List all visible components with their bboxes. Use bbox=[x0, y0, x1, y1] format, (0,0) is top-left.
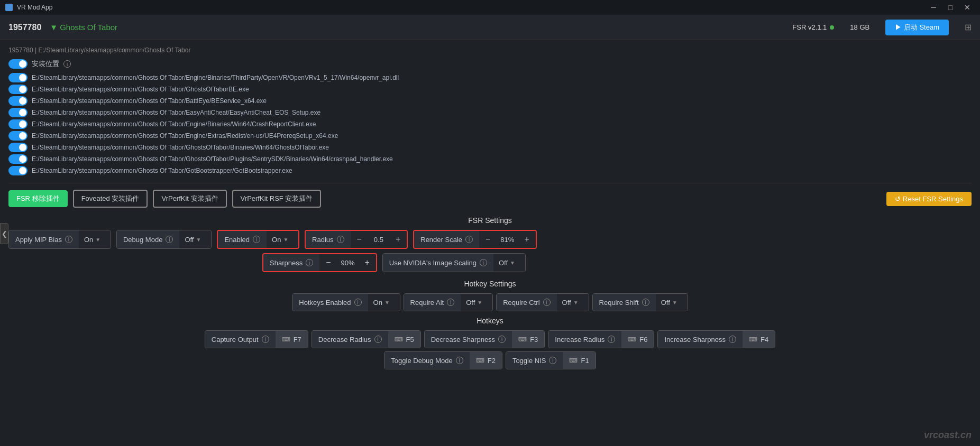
keyboard-icon: ⌨ bbox=[628, 336, 636, 343]
keyboard-icon: ⌨ bbox=[395, 336, 403, 343]
require-alt-group: Require Alt i Off ▼ bbox=[404, 293, 493, 311]
nvidia-scaling-label: Use NVIDIA's Image Scaling i bbox=[383, 254, 493, 272]
require-shift-value[interactable]: Off ▼ bbox=[656, 294, 688, 311]
file-toggle[interactable] bbox=[8, 73, 28, 82]
hotkeys-enabled-info-icon[interactable]: i bbox=[354, 299, 362, 306]
file-path-row: E:/SteamLibrary/steamapps/common/Ghosts … bbox=[8, 108, 972, 117]
hotkey-key: ⌨ F5 bbox=[388, 331, 420, 348]
status-dot bbox=[830, 25, 834, 30]
radius-increase-button[interactable]: + bbox=[393, 235, 402, 244]
title-bar: VR Mod App ─ □ ✕ bbox=[0, 0, 980, 15]
file-toggle[interactable] bbox=[8, 96, 28, 106]
hotkey-info-icon[interactable]: i bbox=[262, 336, 269, 343]
file-path-text: E:/SteamLibrary/steamapps/common/Ghosts … bbox=[32, 74, 399, 81]
require-ctrl-value[interactable]: Off ▼ bbox=[557, 294, 589, 311]
render-scale-value: 81% bbox=[497, 236, 518, 244]
file-toggle[interactable] bbox=[8, 108, 28, 117]
reset-fsr-settings-button[interactable]: ↺ Reset FSR Settings bbox=[886, 192, 972, 206]
install-toggle[interactable] bbox=[8, 59, 28, 69]
hotkey-info-icon[interactable]: i bbox=[374, 336, 382, 343]
close-button[interactable]: ✕ bbox=[960, 2, 975, 13]
minimize-button[interactable]: ─ bbox=[926, 2, 941, 13]
sharpness-group: Sharpness i − 90% + bbox=[262, 253, 377, 272]
hotkey-key: ⌨ F6 bbox=[621, 331, 654, 348]
hotkey-info-icon[interactable]: i bbox=[456, 357, 463, 364]
file-toggle[interactable] bbox=[8, 85, 28, 94]
render-scale-info-icon[interactable]: i bbox=[465, 236, 473, 243]
nvidia-scaling-chevron: ▼ bbox=[510, 260, 515, 266]
file-path-row: E:/SteamLibrary/steamapps/common/Ghosts … bbox=[8, 96, 972, 106]
foveated-plugin-button[interactable]: Foveated 安装插件 bbox=[73, 190, 148, 208]
radius-group: Radius i − 0.5 + bbox=[305, 230, 408, 249]
hotkey-item: Decrease Radius i ⌨ F5 bbox=[312, 330, 421, 348]
hotkey-info-icon[interactable]: i bbox=[549, 357, 556, 364]
file-path-text: E:/SteamLibrary/steamapps/common/Ghosts … bbox=[32, 132, 338, 140]
require-ctrl-info-icon[interactable]: i bbox=[543, 299, 551, 306]
hotkey-item: Increase Sharpness i ⌨ F4 bbox=[657, 330, 775, 348]
app-icon bbox=[5, 4, 13, 11]
vrperfkit-rsf-plugin-button[interactable]: VrPerfKit RSF 安装插件 bbox=[232, 190, 322, 208]
fsr-settings-row1: Apply MIP Bias i On ▼ Debug Mode i Off ▼… bbox=[8, 230, 972, 249]
debug-mode-group: Debug Mode i Off ▼ bbox=[116, 230, 212, 249]
require-alt-value[interactable]: Off ▼ bbox=[461, 294, 492, 311]
hotkey-info-icon[interactable]: i bbox=[498, 336, 506, 343]
hotkeys-title: Hotkeys bbox=[8, 317, 972, 325]
sharpness-increase-button[interactable]: + bbox=[363, 258, 372, 267]
apply-mip-bias-value[interactable]: On ▼ bbox=[79, 230, 111, 248]
render-scale-label: Render Scale i bbox=[414, 231, 479, 248]
file-path-text: E:/SteamLibrary/steamapps/common/Ghosts … bbox=[32, 97, 267, 105]
sidebar-toggle[interactable]: ❮ bbox=[0, 223, 8, 244]
file-toggle[interactable] bbox=[8, 119, 28, 129]
launch-steam-button[interactable]: ▶ 启动 Steam bbox=[885, 20, 949, 35]
hotkey-label: Increase Radius i bbox=[548, 331, 621, 348]
expand-button[interactable]: ⊞ bbox=[965, 22, 972, 32]
keyboard-icon: ⌨ bbox=[569, 357, 578, 364]
file-toggle[interactable] bbox=[8, 154, 28, 164]
top-bar-right: FSR v2.1.1 18 GB ▶ 启动 Steam ⊞ bbox=[792, 20, 972, 35]
file-path-text: E:/SteamLibrary/steamapps/common/Ghosts … bbox=[32, 109, 320, 116]
hotkeys-enabled-value[interactable]: On ▼ bbox=[368, 294, 400, 311]
file-path-row: E:/SteamLibrary/steamapps/common/Ghosts … bbox=[8, 85, 972, 94]
hotkey-key: ⌨ F2 bbox=[470, 352, 502, 369]
top-bar-left: 1957780 ▼ Ghosts Of Tabor bbox=[8, 23, 117, 32]
enabled-info-icon[interactable]: i bbox=[253, 236, 260, 243]
radius-decrease-button[interactable]: − bbox=[355, 235, 364, 244]
require-shift-group: Require Shift i Off ▼ bbox=[592, 293, 688, 311]
require-alt-info-icon[interactable]: i bbox=[447, 299, 454, 306]
title-bar-title: VR Mod App bbox=[17, 4, 52, 11]
install-toggle-row: 安装位置 i bbox=[8, 59, 972, 69]
hotkey-item: Decrease Sharpness i ⌨ F3 bbox=[424, 330, 545, 348]
install-info-icon[interactable]: i bbox=[63, 60, 71, 68]
enabled-value[interactable]: On ▼ bbox=[267, 231, 298, 248]
file-path-row: E:/SteamLibrary/steamapps/common/Ghosts … bbox=[8, 143, 972, 152]
hotkey-settings-row: Hotkeys Enabled i On ▼ Require Alt i Off… bbox=[8, 293, 972, 311]
hotkey-label: Decrease Sharpness i bbox=[425, 331, 512, 348]
sharpness-info-icon[interactable]: i bbox=[306, 259, 313, 266]
require-shift-info-icon[interactable]: i bbox=[642, 299, 649, 306]
render-scale-number: − 81% + bbox=[479, 231, 536, 248]
file-toggle[interactable] bbox=[8, 166, 28, 175]
file-toggle[interactable] bbox=[8, 131, 28, 141]
hotkey-label: Capture Output i bbox=[205, 331, 276, 348]
file-toggle[interactable] bbox=[8, 143, 28, 152]
hotkey-info-icon[interactable]: i bbox=[729, 336, 736, 343]
path-line: 1957780 | E:/SteamLibrary/steamapps/comm… bbox=[8, 47, 972, 54]
radius-info-icon[interactable]: i bbox=[337, 236, 344, 243]
render-scale-decrease-button[interactable]: − bbox=[483, 235, 492, 244]
sharpness-decrease-button[interactable]: − bbox=[324, 258, 333, 267]
debug-mode-info-icon[interactable]: i bbox=[166, 236, 173, 243]
nvidia-scaling-info-icon[interactable]: i bbox=[480, 259, 487, 266]
hotkey-info-icon[interactable]: i bbox=[608, 336, 615, 343]
hotkey-settings-title: Hotkey Settings bbox=[8, 280, 972, 288]
maximize-button[interactable]: □ bbox=[943, 2, 958, 13]
render-scale-increase-button[interactable]: + bbox=[522, 235, 531, 244]
nvidia-scaling-value[interactable]: Off ▼ bbox=[493, 254, 525, 272]
keyboard-icon: ⌨ bbox=[749, 336, 757, 343]
debug-mode-value[interactable]: Off ▼ bbox=[179, 230, 211, 248]
vrperfkit-plugin-button[interactable]: VrPerfKit 安装插件 bbox=[153, 190, 226, 208]
title-bar-left: VR Mod App bbox=[5, 4, 52, 11]
apply-mip-bias-info-icon[interactable]: i bbox=[65, 236, 72, 243]
hotkey-key: ⌨ F1 bbox=[563, 352, 595, 369]
file-path-text: E:/SteamLibrary/steamapps/common/Ghosts … bbox=[32, 86, 249, 93]
fsr-plugin-button[interactable]: FSR 移除插件 bbox=[8, 190, 68, 207]
